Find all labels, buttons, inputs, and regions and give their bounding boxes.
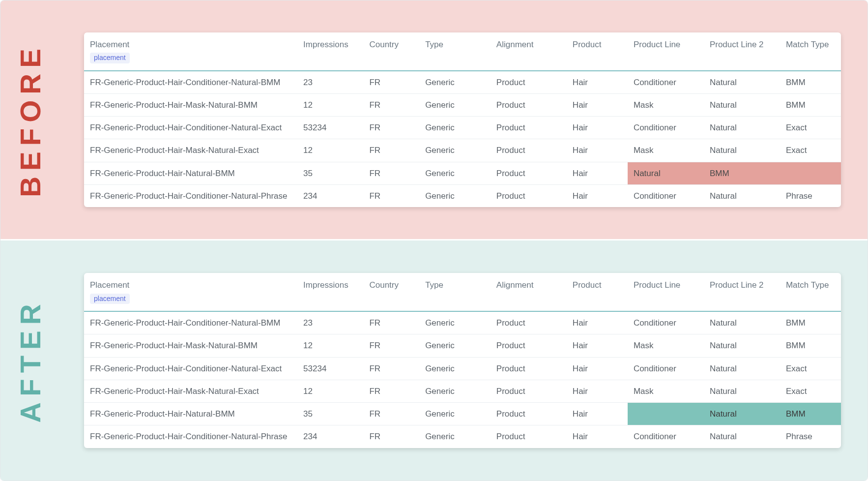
col-product-line[interactable]: Product Line (628, 273, 704, 311)
col-placement[interactable]: Placement placement (84, 32, 297, 71)
col-type[interactable]: Type (419, 273, 491, 311)
cell-product_line_2: Natural (704, 334, 780, 357)
cell-alignment: Product (491, 184, 567, 207)
cell-product_line: Conditioner (628, 184, 704, 207)
before-table: Placement placement Impressions Country … (84, 32, 841, 207)
cell-type: Generic (419, 403, 491, 425)
cell-product: Hair (567, 425, 628, 448)
cell-placement: FR-Generic-Product-Hair-Conditioner-Natu… (84, 184, 297, 207)
cell-country: FR (363, 357, 419, 380)
cell-placement: FR-Generic-Product-Hair-Mask-Natural-Exa… (84, 139, 297, 162)
cell-product_line_2: Natural (704, 139, 780, 162)
cell-match_type: Exact (780, 139, 841, 162)
cell-product_line (628, 403, 704, 425)
col-type[interactable]: Type (419, 32, 491, 71)
cell-match_type (780, 162, 841, 184)
cell-placement: FR-Generic-Product-Hair-Natural-BMM (84, 403, 297, 425)
cell-type: Generic (419, 334, 491, 357)
cell-placement: FR-Generic-Product-Hair-Mask-Natural-BMM (84, 93, 297, 116)
cell-impressions: 35 (297, 403, 363, 425)
before-label: BEFORE (14, 43, 47, 197)
col-country[interactable]: Country (363, 32, 419, 71)
cell-placement: FR-Generic-Product-Hair-Conditioner-Natu… (84, 117, 297, 139)
cell-product: Hair (567, 357, 628, 380)
cell-alignment: Product (491, 311, 567, 334)
cell-match_type: BMM (780, 71, 841, 94)
cell-product_line: Mask (628, 139, 704, 162)
table-row: FR-Generic-Product-Hair-Mask-Natural-BMM… (84, 334, 841, 357)
table-row: FR-Generic-Product-Hair-Conditioner-Natu… (84, 184, 841, 207)
cell-match_type: Exact (780, 117, 841, 139)
cell-product_line: Mask (628, 93, 704, 116)
cell-product_line_2: Natural (704, 357, 780, 380)
table-row: FR-Generic-Product-Hair-Mask-Natural-Exa… (84, 139, 841, 162)
cell-alignment: Product (491, 117, 567, 139)
cell-match_type: Phrase (780, 425, 841, 448)
col-match-type[interactable]: Match Type (780, 273, 841, 311)
cell-product_line_2: Natural (704, 184, 780, 207)
cell-country: FR (363, 162, 419, 184)
cell-placement: FR-Generic-Product-Hair-Conditioner-Natu… (84, 425, 297, 448)
table-head: Placement placement Impressions Country … (84, 273, 841, 311)
cell-product: Hair (567, 311, 628, 334)
after-tbody: FR-Generic-Product-Hair-Conditioner-Natu… (84, 311, 841, 448)
cell-product_line_2: Natural (704, 425, 780, 448)
cell-country: FR (363, 334, 419, 357)
placement-pill[interactable]: placement (90, 53, 130, 63)
cell-product: Hair (567, 162, 628, 184)
col-country[interactable]: Country (363, 273, 419, 311)
cell-product: Hair (567, 93, 628, 116)
col-alignment[interactable]: Alignment (491, 32, 567, 71)
cell-impressions: 12 (297, 380, 363, 402)
cell-match_type: BMM (780, 334, 841, 357)
cell-impressions: 53234 (297, 357, 363, 380)
col-impressions[interactable]: Impressions (297, 32, 363, 71)
after-table: Placement placement Impressions Country … (84, 273, 841, 448)
col-product[interactable]: Product (567, 32, 628, 71)
cell-alignment: Product (491, 425, 567, 448)
cell-placement: FR-Generic-Product-Hair-Natural-BMM (84, 162, 297, 184)
cell-product_line: Conditioner (628, 117, 704, 139)
col-product-line[interactable]: Product Line (628, 32, 704, 71)
after-panel: AFTER Placement placement Impressions Co… (0, 240, 868, 481)
col-product-line-2[interactable]: Product Line 2 (704, 273, 780, 311)
table-row: FR-Generic-Product-Hair-Mask-Natural-Exa… (84, 380, 841, 402)
col-product[interactable]: Product (567, 273, 628, 311)
cell-product: Hair (567, 117, 628, 139)
cell-product_line_2: Natural (704, 71, 780, 94)
cell-match_type: Exact (780, 380, 841, 402)
col-impressions[interactable]: Impressions (297, 273, 363, 311)
col-placement-label: Placement (90, 280, 129, 290)
cell-type: Generic (419, 184, 491, 207)
cell-match_type: BMM (780, 311, 841, 334)
col-product-line-2[interactable]: Product Line 2 (704, 32, 780, 71)
cell-impressions: 12 (297, 93, 363, 116)
cell-country: FR (363, 139, 419, 162)
cell-country: FR (363, 93, 419, 116)
cell-placement: FR-Generic-Product-Hair-Mask-Natural-Exa… (84, 380, 297, 402)
table-row: FR-Generic-Product-Hair-Conditioner-Natu… (84, 71, 841, 94)
cell-country: FR (363, 380, 419, 402)
placement-pill[interactable]: placement (90, 294, 130, 304)
cell-placement: FR-Generic-Product-Hair-Conditioner-Natu… (84, 311, 297, 334)
col-alignment[interactable]: Alignment (491, 273, 567, 311)
table-row: FR-Generic-Product-Hair-Conditioner-Natu… (84, 311, 841, 334)
table-row: FR-Generic-Product-Hair-Conditioner-Natu… (84, 357, 841, 380)
cell-type: Generic (419, 425, 491, 448)
cell-impressions: 234 (297, 184, 363, 207)
cell-product_line: Mask (628, 334, 704, 357)
col-match-type[interactable]: Match Type (780, 32, 841, 71)
cell-impressions: 12 (297, 139, 363, 162)
cell-impressions: 23 (297, 311, 363, 334)
cell-placement: FR-Generic-Product-Hair-Conditioner-Natu… (84, 71, 297, 94)
after-table-card: Placement placement Impressions Country … (84, 273, 841, 448)
cell-product_line: Natural (628, 162, 704, 184)
cell-product_line_2: Natural (704, 93, 780, 116)
col-placement[interactable]: Placement placement (84, 273, 297, 311)
table-row: FR-Generic-Product-Hair-Natural-BMM35FRG… (84, 162, 841, 184)
cell-product_line: Conditioner (628, 425, 704, 448)
cell-product_line: Conditioner (628, 71, 704, 94)
cell-type: Generic (419, 380, 491, 402)
cell-country: FR (363, 403, 419, 425)
before-panel: BEFORE Placement placement Impressions C… (0, 0, 868, 240)
